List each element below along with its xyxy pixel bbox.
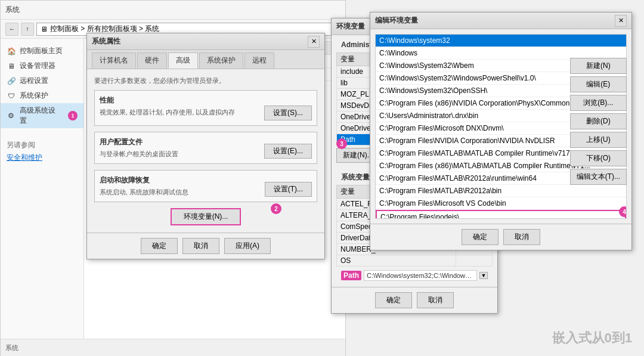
edit-env-list-item[interactable]: C:\Windows\system32: [376, 35, 626, 47]
edit-env-right-btn-4[interactable]: 上移(U): [570, 132, 627, 148]
breadcrumb-icon: 🖥: [41, 25, 48, 33]
editEnv-ok-button[interactable]: 确定: [462, 229, 499, 245]
startup-settings-button[interactable]: 设置(T)...: [265, 182, 312, 197]
env-btn-container: 环境变量(N)... 2: [94, 208, 317, 225]
sysProps-section-performance: 性能 视觉效果, 处理器计划, 内存使用, 以及虚拟内存 设置(S)...: [94, 90, 317, 126]
envVars-footer: 确定 取消: [332, 287, 497, 313]
editEnv-right-buttons: 新建(N)编辑(E)浏览(B)...删除(D)上移(U)下移(O)编辑文本(T)…: [570, 58, 627, 185]
up-button[interactable]: ↑: [21, 23, 34, 36]
home-icon: 🏠: [7, 47, 16, 56]
badge-2: 2: [271, 203, 281, 214]
edit-env-right-btn-1[interactable]: 编辑(E): [570, 76, 627, 92]
sysProps-section-startup: 启动和故障恢复 系统启动, 系统故障和调试信息 设置(T)...: [94, 170, 317, 202]
tab-advanced[interactable]: 高级: [168, 52, 198, 69]
edit-env-right-btn-5[interactable]: 下移(O): [570, 150, 627, 166]
back-button[interactable]: ←: [5, 23, 18, 36]
sidebar-label-advanced: 高级系统设置: [20, 106, 62, 126]
sys-path-value[interactable]: C:\Windows\system32;C:\Windows;C:\Window…: [364, 270, 477, 281]
perf-title: 性能: [100, 95, 312, 106]
sysProps-cancel-button[interactable]: 取消: [182, 238, 219, 254]
watermark-text: 嵌入式从0到1: [552, 329, 632, 347]
explorer-titlebar: 系统: [1, 1, 345, 20]
sysProps-footer: 确定 取消 应用(A): [87, 233, 324, 259]
sysProps-warning: 要进行大多数更改，您必须作为管理员登录。: [94, 76, 317, 85]
editEnv-titlebar: 编辑环境变量 ✕: [370, 13, 631, 29]
dialog-edit-env: 编辑环境变量 ✕ C:\Windows\system32C:\WindowsC:…: [370, 12, 632, 250]
tab-hardware[interactable]: 硬件: [137, 52, 167, 69]
sys-path-label: Path: [341, 271, 361, 280]
sysProps-apply-button[interactable]: 应用(A): [224, 238, 271, 254]
perf-settings-button[interactable]: 设置(S)...: [264, 106, 312, 120]
profile-settings-button[interactable]: 设置(E)...: [264, 144, 312, 159]
security-link[interactable]: 安全和维护: [7, 153, 78, 163]
tab-computer-name[interactable]: 计算机名: [92, 52, 136, 69]
tab-remote[interactable]: 远程: [244, 52, 274, 69]
tab-system-protection[interactable]: 系统保护: [199, 52, 243, 69]
sys-path-dropdown[interactable]: ▼: [479, 272, 488, 279]
edit-env-list-item[interactable]: C:\Program Files\nodejs\4: [376, 210, 626, 219]
edit-env-list-item[interactable]: C:\Program Files\MATLAB\R2012a\bin: [376, 185, 626, 197]
sysProps-close-button[interactable]: ✕: [308, 36, 320, 48]
sidebar-section-see-also: 另请参阅 安全和维护: [1, 140, 83, 163]
edit-env-right-btn-2[interactable]: 浏览(B)...: [570, 95, 627, 111]
sidebar-item-protection[interactable]: 🛡 系统保护: [1, 88, 83, 103]
editEnv-content: C:\Windows\system32C:\WindowsC:\Windows\…: [370, 34, 631, 219]
edit-env-right-btn-3[interactable]: 删除(D): [570, 113, 627, 129]
envVars-cancel-button[interactable]: 取消: [417, 292, 454, 308]
sidebar-label-protection: 系统保护: [20, 91, 48, 101]
sys-var-name-os: OS: [337, 255, 456, 267]
statusbar: 系统: [1, 339, 345, 356]
sidebar-item-home[interactable]: 🏠 控制面板主页: [1, 44, 83, 58]
sidebar-label-home: 控制面板主页: [20, 46, 63, 56]
badge-4: 4: [619, 206, 627, 217]
settings-icon: ⚙: [7, 111, 16, 120]
envVars-title: 环境变量: [336, 21, 365, 32]
dialog-system-properties: 系统属性 ✕ 计算机名 硬件 高级 系统保护 远程 要进行大多数更改，您必须作为…: [86, 33, 325, 259]
edit-env-right-btn-6[interactable]: 编辑文本(T)...: [570, 169, 627, 185]
editEnv-title: 编辑环境变量: [375, 16, 418, 26]
editEnv-cancel-button[interactable]: 取消: [503, 229, 540, 245]
sidebar-item-remote[interactable]: 🔗 远程设置: [1, 73, 83, 88]
explorer-title: 系统: [5, 5, 20, 15]
envVars-ok-button[interactable]: 确定: [375, 292, 412, 308]
edit-env-list-item[interactable]: C:\Program Files\Microsoft VS Code\bin: [376, 197, 626, 210]
sidebar-item-advanced[interactable]: ⚙ 高级系统设置 1: [1, 103, 83, 128]
env-vars-button[interactable]: 环境变量(N)...: [171, 208, 242, 225]
sysProps-title: 系统属性: [92, 36, 120, 47]
sys-var-value-os: [456, 255, 492, 267]
editEnv-footer: 确定 取消: [370, 224, 631, 250]
statusbar-text: 系统: [5, 343, 18, 352]
sys-path-row: Path C:\Windows\system32;C:\Windows;C:\W…: [336, 269, 493, 282]
badge-3: 3: [336, 138, 347, 149]
edit-env-right-btn-0[interactable]: 新建(N): [570, 58, 627, 74]
sysProps-ok-button[interactable]: 确定: [141, 238, 178, 254]
shield-icon: 🛡: [7, 91, 16, 101]
editEnv-close-button[interactable]: ✕: [615, 15, 627, 27]
sysProps-body: 要进行大多数更改，您必须作为管理员登录。 性能 视觉效果, 处理器计划, 内存使…: [87, 69, 324, 233]
sysProps-tabs: 计算机名 硬件 高级 系统保护 远程: [87, 50, 324, 69]
sysProps-section-user-profile: 用户配置文件 与登录帐户相关的桌面设置 设置(E)...: [94, 132, 317, 164]
remote-icon: 🔗: [7, 76, 16, 86]
sysProps-titlebar: 系统属性 ✕: [87, 33, 324, 50]
sys-var-row-os[interactable]: OS: [337, 255, 493, 267]
sidebar-label-remote: 远程设置: [20, 76, 48, 86]
device-icon: 🖥: [7, 61, 16, 71]
sidebar: 🏠 控制面板主页 🖥 设备管理器 🔗 远程设置 🛡 系统保护 ⚙ 高级系统设置 …: [1, 39, 84, 339]
badge-1: 1: [68, 111, 78, 120]
sidebar-item-devices[interactable]: 🖥 设备管理器: [1, 58, 83, 73]
sidebar-label-devices: 设备管理器: [20, 61, 55, 71]
see-also-label: 另请参阅: [7, 140, 78, 150]
